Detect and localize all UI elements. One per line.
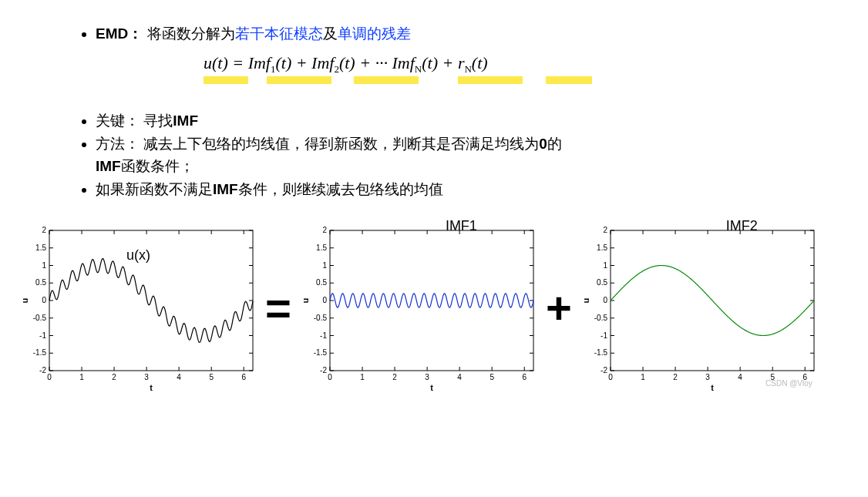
- svg-text:u: u: [301, 297, 310, 303]
- svg-text:1.5: 1.5: [316, 243, 327, 251]
- highlight-5: [546, 76, 592, 84]
- svg-text:6: 6: [241, 373, 246, 381]
- svg-text:2: 2: [42, 226, 46, 234]
- svg-text:0.5: 0.5: [35, 278, 46, 287]
- svg-text:1: 1: [42, 260, 46, 269]
- svg-text:6: 6: [522, 373, 527, 381]
- emd-label: EMD：: [96, 25, 143, 42]
- svg-text:0: 0: [328, 373, 332, 381]
- svg-text:2: 2: [673, 373, 678, 381]
- svg-text:t: t: [430, 383, 433, 392]
- svg-text:-2: -2: [39, 366, 46, 374]
- svg-text:0: 0: [47, 373, 52, 381]
- svg-text:5: 5: [490, 373, 494, 381]
- svg-text:-1.5: -1.5: [314, 348, 328, 357]
- svg-text:1: 1: [603, 260, 607, 269]
- svg-text:-2: -2: [320, 366, 327, 374]
- svg-text:0: 0: [42, 296, 46, 304]
- svg-text:-1: -1: [320, 331, 327, 339]
- svg-text:4: 4: [177, 373, 181, 381]
- svg-text:3: 3: [425, 373, 429, 381]
- svg-text:0.5: 0.5: [597, 278, 607, 287]
- emd-mid: 及: [323, 25, 338, 42]
- svg-text:1.5: 1.5: [597, 243, 607, 251]
- bullet-continue: 如果新函数不满足IMF条件，则继续减去包络线的均值: [96, 179, 849, 201]
- svg-text:0: 0: [608, 373, 613, 381]
- svg-text:2: 2: [603, 226, 607, 234]
- emd-blue-1: 若干本征模态: [235, 25, 323, 42]
- svg-text:3: 3: [705, 373, 710, 381]
- highlight-4: [458, 76, 523, 84]
- equation: u(t) = Imf1(t) + Imf2(t) + ··· ImfN(t) +…: [204, 53, 635, 99]
- svg-text:-0.5: -0.5: [33, 313, 47, 321]
- svg-text:u: u: [20, 297, 29, 303]
- svg-text:t: t: [711, 383, 714, 392]
- svg-text:-1.5: -1.5: [33, 348, 47, 357]
- highlight-2: [267, 76, 331, 84]
- svg-text:0: 0: [603, 296, 607, 304]
- chart-imf2: IMF2 -2-1.5-1-0.500.511.520123456tu CSDN…: [580, 224, 819, 392]
- svg-text:u: u: [581, 297, 590, 303]
- bullet-list-sub: 关键： 寻找IMF 方法： 减去上下包络的均线值，得到新函数，判断其是否满足均线…: [19, 110, 849, 201]
- svg-text:0: 0: [322, 296, 327, 304]
- equation-text: u(t) = Imf1(t) + Imf2(t) + ··· ImfN(t) +…: [204, 53, 488, 72]
- svg-text:1: 1: [322, 260, 327, 269]
- bullet-list-top: EMD： 将函数分解为若干本征模态及单调的残差: [19, 23, 849, 45]
- operator-plus: +: [546, 286, 572, 331]
- chart-u: u(x) -2-1.5-1-0.500.511.520123456tu: [19, 224, 257, 392]
- chart-label-imf2: IMF2: [726, 218, 758, 234]
- svg-text:2: 2: [112, 373, 116, 381]
- svg-text:1: 1: [360, 373, 365, 381]
- bullet-emd: EMD： 将函数分解为若干本征模态及单调的残差: [96, 23, 849, 45]
- bullet-key: 关键： 寻找IMF: [96, 110, 849, 133]
- svg-text:-1.5: -1.5: [594, 348, 608, 357]
- svg-text:-1: -1: [39, 331, 46, 339]
- bullet-method: 方法： 减去上下包络的均线值，得到新函数，判断其是否满足均线为0的 IMF函数条…: [96, 133, 849, 177]
- chart-imf1: IMF1 -2-1.5-1-0.500.511.520123456tu: [299, 224, 538, 392]
- operator-equals: =: [265, 286, 291, 331]
- svg-text:1.5: 1.5: [35, 243, 46, 251]
- highlight-1: [204, 76, 248, 84]
- emd-blue-2: 单调的残差: [338, 25, 411, 42]
- chart-svg-imf2: -2-1.5-1-0.500.511.520123456tu: [580, 224, 819, 392]
- watermark: CSDN @Vloy: [765, 379, 812, 388]
- emd-text-1: 将函数分解为: [147, 25, 235, 42]
- svg-text:1: 1: [641, 373, 645, 381]
- chart-svg-imf1: -2-1.5-1-0.500.511.520123456tu: [299, 224, 538, 392]
- svg-text:2: 2: [322, 226, 327, 234]
- chart-label-imf1: IMF1: [446, 218, 477, 234]
- highlight-3: [354, 76, 419, 84]
- svg-text:-0.5: -0.5: [314, 313, 328, 321]
- svg-text:1: 1: [79, 373, 84, 381]
- svg-text:3: 3: [144, 373, 149, 381]
- chart-label-u: u(x): [126, 247, 150, 264]
- charts-row: u(x) -2-1.5-1-0.500.511.520123456tu = IM…: [19, 224, 849, 392]
- svg-text:2: 2: [392, 373, 397, 381]
- svg-text:-1: -1: [601, 331, 607, 339]
- svg-text:4: 4: [457, 373, 462, 381]
- svg-text:0.5: 0.5: [316, 278, 327, 287]
- svg-text:4: 4: [738, 373, 742, 381]
- svg-text:5: 5: [209, 373, 214, 381]
- svg-text:-0.5: -0.5: [594, 313, 608, 321]
- svg-text:t: t: [150, 383, 153, 392]
- svg-text:-2: -2: [601, 366, 607, 374]
